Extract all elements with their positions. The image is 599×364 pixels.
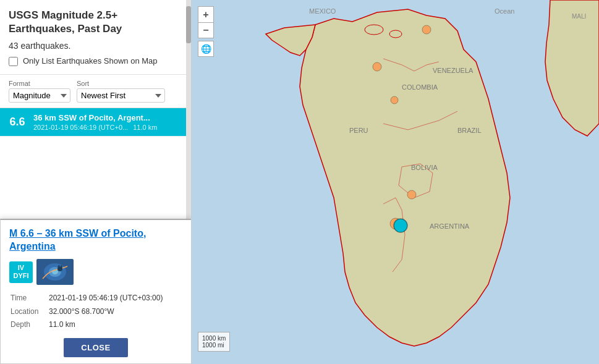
eq-meta: 2021-01-19 05:46:19 (UTC+0... 11.0 km [33,124,157,131]
svg-text:PERU: PERU [349,127,368,134]
depth-value: 11.0 km [49,319,181,331]
svg-point-18 [422,25,431,34]
scale-km: 1000 km [202,335,226,342]
zoom-out-button[interactable]: − [198,22,214,38]
svg-text:Ocean: Ocean [495,7,514,15]
time-value: 2021-01-19 05:46:19 (UTC+03:00) [49,292,181,304]
eq-depth: 11.0 km [133,124,157,131]
svg-point-4 [57,266,62,271]
zoom-in-button[interactable]: + [198,6,214,22]
svg-point-17 [373,62,381,71]
close-button[interactable]: CLOSE [64,338,127,357]
svg-text:VENEZUELA: VENEZUELA [433,67,474,74]
location-value: 32.000°S 68.700°W [49,306,181,318]
detail-title[interactable]: M 6.6 – 36 km SSW of Pocito, Argentina [9,227,182,253]
detail-badges: IV DYFI [9,259,182,285]
earthquake-item[interactable]: 6.6 36 km SSW of Pocito, Argent... 2021-… [0,108,191,137]
svg-point-20 [407,190,416,199]
sort-label: Sort [77,80,165,87]
eq-magnitude: 6.6 [6,116,28,129]
filter-label[interactable]: Only List Earthquakes Shown on Map [23,56,158,67]
detail-location-row: Location 32.000°S 68.700°W [11,306,181,318]
svg-point-7 [389,30,402,38]
shakemap-thumb[interactable] [36,259,74,285]
detail-depth-row: Depth 11.0 km [11,319,181,331]
globe-button[interactable]: 🌐 [198,41,214,57]
sort-group: Sort Newest First Oldest First Largest M… [77,80,165,103]
panel-title: USGS Magnitude 2.5+ Earthquakes, Past Da… [9,9,182,36]
eq-time: 2021-01-19 05:46:19 (UTC+0... [33,124,128,131]
earthquake-count: 43 earthquakes. [9,41,182,51]
map-scale: 1000 km 1000 mi [198,332,230,352]
svg-text:MEXICO: MEXICO [309,7,336,15]
svg-point-19 [391,96,398,104]
detail-table: Time 2021-01-19 05:46:19 (UTC+03:00) Loc… [9,291,182,332]
detail-popup: M 6.6 – 36 km SSW of Pocito, Argentina I… [0,219,192,364]
map-svg: MEXICO Ocean MALI VENEZUELA COLOMBIA PER… [192,0,599,364]
detail-time-row: Time 2021-01-19 05:46:19 (UTC+03:00) [11,292,181,304]
svg-text:BOLIVIA: BOLIVIA [411,164,438,171]
sort-select[interactable]: Newest First Oldest First Largest Magnit… [77,88,165,103]
time-label: Time [11,292,48,304]
dyfi-level: IV [13,264,29,272]
eq-info: 36 km SSW of Pocito, Argent... 2021-01-1… [33,113,157,131]
map-container[interactable]: MEXICO Ocean MALI VENEZUELA COLOMBIA PER… [192,0,599,364]
dyfi-label: DYFI [13,272,29,280]
format-group: Format Magnitude Age [9,80,70,103]
close-button-row: CLOSE [9,338,182,357]
svg-point-22 [394,219,407,232]
dyfi-badge[interactable]: IV DYFI [9,261,33,282]
svg-text:ARGENTINA: ARGENTINA [430,222,470,230]
format-sort-row: Format Magnitude Age Sort Newest First O… [0,75,191,108]
svg-text:BRAZIL: BRAZIL [457,127,482,134]
svg-text:COLOMBIA: COLOMBIA [402,83,438,91]
map-controls: + − 🌐 [198,6,214,57]
svg-point-6 [365,25,383,35]
depth-label: Depth [11,319,48,331]
panel-header: USGS Magnitude 2.5+ Earthquakes, Past Da… [0,0,191,75]
format-label: Format [9,80,70,87]
scale-mi: 1000 mi [202,342,226,349]
scroll-thumb [186,6,191,43]
location-label: Location [11,306,48,318]
svg-text:MALI: MALI [572,13,586,20]
eq-location: 36 km SSW of Pocito, Argent... [33,113,157,122]
format-select[interactable]: Magnitude Age [9,88,70,103]
left-panel: USGS Magnitude 2.5+ Earthquakes, Past Da… [0,0,192,364]
filter-checkbox[interactable] [9,57,18,66]
filter-row: Only List Earthquakes Shown on Map [9,56,182,67]
